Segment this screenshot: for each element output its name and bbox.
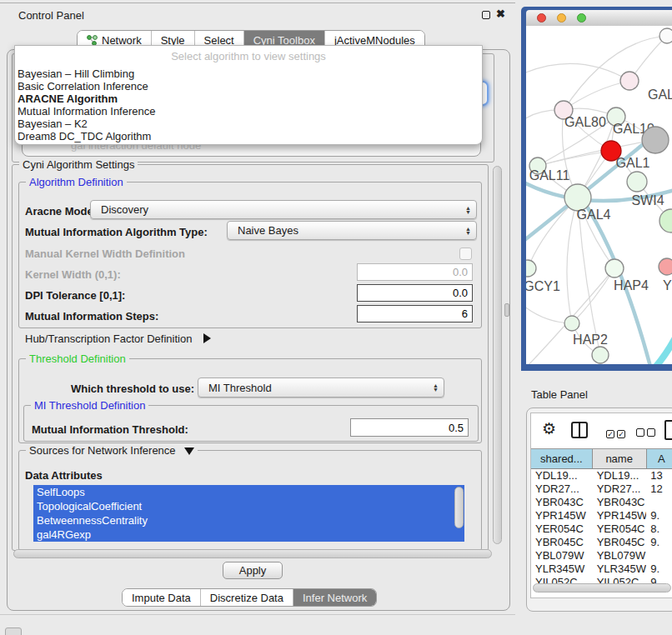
network-canvas[interactable]: GALGAL80GAL10GAL1GAL11GAL4SWI4GCY1HAP4YH… (526, 26, 672, 364)
which-threshold-label: Which threshold to use: (71, 382, 194, 395)
aracne-mode-combo[interactable]: Discovery ▲▼ (90, 200, 477, 219)
table-header-row: shared...nameA (531, 449, 672, 469)
table-row[interactable]: YBR043CYBR043C (531, 496, 672, 509)
data-attributes-list[interactable]: SelfLoopsTopologicalCoefficientBetweenne… (33, 485, 464, 542)
table-panel-title: Table Panel (531, 388, 588, 401)
table-cell: 9. (646, 536, 672, 549)
mi-type-combo[interactable]: Naive Bayes ▲▼ (227, 221, 477, 240)
mode-tab-discretize-data[interactable]: Discretize Data (201, 589, 293, 606)
table-cell: 12 (646, 482, 672, 496)
node-hap4[interactable] (605, 259, 624, 278)
node-unlabeled[interactable] (659, 209, 672, 232)
dropdown-option-bayesian-hill-climbing[interactable]: Bayesian – Hill Climbing (15, 68, 482, 80)
combo-arrows-icon: ▲▼ (433, 383, 439, 392)
table-horizontal-scrollbar[interactable] (533, 583, 671, 592)
application-window: Control Panel ✖ NetworkStyleSelectCyni T… (0, 0, 672, 635)
cyni-settings-title: Cyni Algorithm Settings (19, 158, 138, 171)
node-y[interactable] (659, 258, 672, 275)
table-cell: YPR145W (531, 509, 593, 522)
node-unlabeled[interactable] (659, 28, 672, 43)
table-row[interactable]: YLR345WYLR345W9. (531, 562, 672, 576)
network-edge (572, 268, 614, 323)
table-row[interactable]: YBL079WYBL079W (531, 549, 672, 562)
threshold-definition-title: Threshold Definition (26, 352, 129, 365)
table-row[interactable]: YBR045CYBR045C9. (531, 536, 672, 549)
floating-toolbar-button[interactable] (5, 628, 22, 635)
apply-button[interactable]: Apply (223, 562, 283, 579)
table-cell: YER054C (593, 522, 647, 536)
collapse-down-arrow-icon[interactable] (184, 448, 194, 455)
column-header-shared[interactable]: shared... (531, 449, 593, 468)
table-row[interactable]: YER054CYER054C8. (531, 522, 672, 536)
float-panel-icon[interactable] (482, 11, 490, 19)
table-cell: YBL079W (593, 549, 647, 562)
algorithm-definition-title: Algorithm Definition (26, 176, 127, 188)
deselect-all-columns-icon[interactable] (636, 425, 655, 440)
node-label: SWI4 (631, 193, 664, 208)
node-label: HAP4 (614, 278, 649, 292)
network-window-titlebar[interactable] (526, 10, 672, 27)
attributes-list-scrollbar[interactable] (454, 487, 464, 528)
data-attributes-label: Data Attributes (25, 469, 103, 482)
dropdown-option-aracne-algorithm[interactable]: ARACNE Algorithm (15, 92, 482, 105)
node-hap2[interactable] (564, 316, 579, 331)
dropdown-option-dream8-dc-tdc-algorithm[interactable]: Dream8 DC_TDC Algorithm (15, 130, 482, 142)
node-gcy1[interactable] (526, 260, 536, 277)
node-label: GCY1 (526, 279, 560, 293)
node-unlabeled[interactable] (592, 347, 609, 363)
mode-tab-impute-data[interactable]: Impute Data (123, 589, 201, 606)
dropdown-option-basic-correlation-inference[interactable]: Basic Correlation Inference (15, 80, 482, 92)
table-cell: YDR27... (593, 482, 647, 496)
settings-gear-icon[interactable]: ⚙ (542, 421, 556, 438)
manual-kernel-checkbox[interactable] (459, 248, 472, 260)
split-columns-icon[interactable] (571, 422, 588, 438)
mi-type-label: Mutual Information Algorithm Type: (25, 226, 208, 238)
close-panel-icon[interactable]: ✖ (496, 8, 505, 20)
settings-vertical-scrollbar[interactable] (493, 166, 502, 544)
network-edge (526, 63, 629, 81)
kernel-width-input[interactable] (357, 263, 473, 281)
manual-kernel-label: Manual Kernel Width Definition (25, 248, 185, 260)
aracne-mode-label: Aracne Mode: (25, 205, 97, 218)
network-tab-icon (87, 34, 98, 46)
panel-title: Control Panel (18, 9, 84, 22)
node-gal[interactable] (620, 72, 639, 90)
table-cell: YLR345W (531, 562, 593, 576)
mi-steps-input[interactable] (357, 305, 473, 322)
panel-top-divider (0, 2, 515, 3)
attribute-item-betweennesscentrality[interactable]: BetweennessCentrality (33, 513, 464, 528)
node-label: GAL11 (529, 168, 570, 182)
splitter-handle[interactable] (504, 303, 509, 317)
attribute-item-topologicalcoefficient[interactable]: TopologicalCoefficient (33, 499, 464, 513)
node-unlabeled[interactable] (642, 127, 669, 153)
mi-threshold-label: Mutual Information Threshold: (32, 423, 188, 436)
table-row[interactable]: YPR145WYPR145W9. (531, 509, 672, 522)
dpi-tolerance-input[interactable] (357, 284, 473, 302)
attribute-item-selfloops[interactable]: SelfLoops (33, 485, 464, 499)
node-swi4[interactable] (627, 172, 647, 192)
new-table-icon[interactable] (664, 420, 672, 440)
table-row[interactable]: YDR27...YDR27...12 (531, 482, 672, 496)
expand-right-arrow-icon[interactable] (203, 333, 211, 343)
table-row[interactable]: YDL19...YDL19...13 (531, 469, 672, 482)
mi-threshold-input[interactable] (350, 418, 469, 437)
dropdown-option-mutual-information-inference[interactable]: Mutual Information Inference (15, 105, 482, 118)
settings-horizontal-scrollbar[interactable] (13, 549, 492, 558)
minimize-window-button[interactable] (557, 13, 566, 22)
mode-tab-infer-network[interactable]: Infer Network (293, 589, 376, 606)
table-cell: YBR045C (531, 536, 593, 549)
column-header-a[interactable]: A (647, 449, 672, 468)
close-window-button[interactable] (537, 13, 546, 22)
which-threshold-value: MI Threshold (208, 382, 272, 394)
dropdown-option-bayesian-k2[interactable]: Bayesian – K2 (15, 118, 482, 130)
network-graph[interactable]: GALGAL80GAL10GAL1GAL11GAL4SWI4GCY1HAP4YH… (526, 26, 672, 364)
column-header-name[interactable]: name (593, 449, 647, 468)
table-body: YDL19...YDL19...13YDR27...YDR27...12YBR0… (531, 469, 672, 589)
select-all-columns-icon[interactable]: ✓✓ (606, 425, 625, 440)
table-cell: YER054C (531, 522, 593, 536)
zoom-window-button[interactable] (577, 13, 586, 22)
sources-title-row[interactable]: Sources for Network Inference (26, 444, 198, 457)
hub-definition-toggle[interactable]: Hub/Transcription Factor Definition (25, 332, 211, 345)
which-threshold-combo[interactable]: MI Threshold ▲▼ (198, 378, 444, 398)
attribute-item-gal4rgexp[interactable]: gal4RGexp (33, 528, 464, 542)
